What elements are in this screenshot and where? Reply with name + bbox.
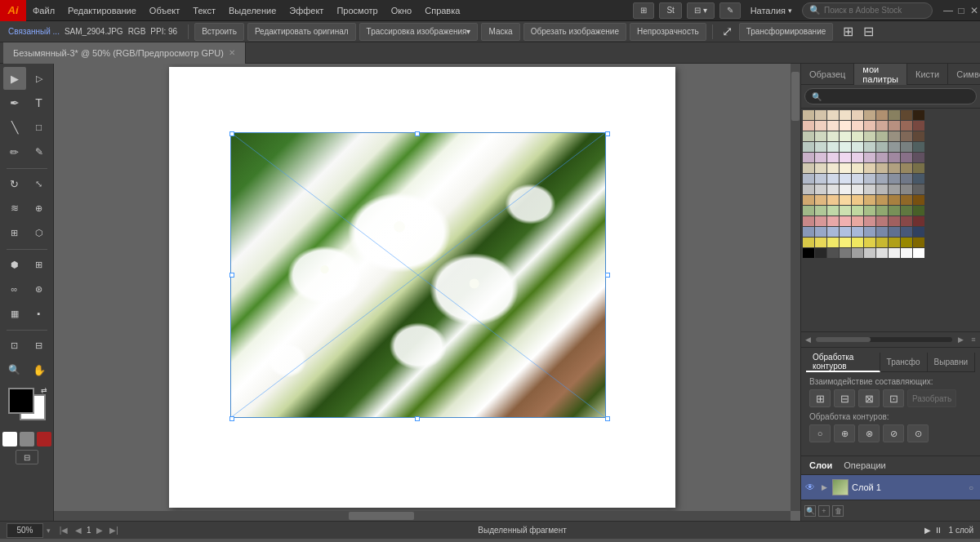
shape-builder-tool[interactable]: ⊞ <box>3 221 26 244</box>
swatch-12-9[interactable] <box>913 238 924 247</box>
document-tab[interactable]: Безымянный-3* @ 50% (RGB/Предпросмотр GP… <box>3 42 246 64</box>
swatch-4-3[interactable] <box>840 153 851 162</box>
swatch-6-6[interactable] <box>876 174 888 184</box>
swatch-3-9[interactable] <box>913 142 924 152</box>
swatch-8-6[interactable] <box>876 195 888 205</box>
tab-close-btn[interactable]: ✕ <box>229 48 235 57</box>
nav-prev-btn[interactable]: ◀ <box>72 524 85 537</box>
swatch-13-8[interactable] <box>901 248 912 258</box>
vstroit-btn[interactable]: Встроить <box>194 23 244 41</box>
swatch-8-9[interactable] <box>913 195 924 205</box>
swatch-11-1[interactable] <box>815 227 826 237</box>
path-exclude-btn[interactable]: ⊡ <box>883 389 904 407</box>
edit-orig-btn[interactable]: Редактировать оригинал <box>247 23 356 41</box>
swatch-12-2[interactable] <box>827 238 839 247</box>
swatch-3-5[interactable] <box>864 142 875 152</box>
play-btn[interactable]: ▶ <box>924 526 931 535</box>
swatch-4-2[interactable] <box>827 153 839 162</box>
swatch-6-1[interactable] <box>815 174 826 184</box>
swatch-9-0[interactable] <box>803 206 814 215</box>
swatch-3-3[interactable] <box>840 142 851 152</box>
layer-expand-btn[interactable]: ▶ <box>819 482 829 492</box>
swatch-7-9[interactable] <box>913 184 924 194</box>
rect-tool[interactable]: □ <box>28 116 51 139</box>
pause-btn[interactable]: ⏸ <box>934 526 942 535</box>
swatch-12-8[interactable] <box>901 238 912 247</box>
swatch-10-1[interactable] <box>815 216 826 226</box>
perspective-tool[interactable]: ⬡ <box>28 221 51 244</box>
swatch-9-7[interactable] <box>889 206 900 215</box>
zoom-tool[interactable]: 🔍 <box>3 358 26 381</box>
menu-window[interactable]: Окно <box>385 0 419 21</box>
scroll-left-btn[interactable]: ◀ <box>801 331 814 348</box>
swatch-2-5[interactable] <box>864 131 875 141</box>
path-minus-btn[interactable]: ⊟ <box>834 389 855 407</box>
zoom-dropdown-btn[interactable]: ▾ <box>47 526 51 535</box>
arrange-btn[interactable]: ⊞ <box>633 2 654 19</box>
swatch-11-2[interactable] <box>827 227 839 237</box>
swatch-2-7[interactable] <box>889 131 900 141</box>
swatch-0-2[interactable] <box>827 110 839 120</box>
close-btn[interactable]: ✕ <box>969 5 980 16</box>
razobrat-btn[interactable]: Разобрать <box>907 389 956 407</box>
menu-file[interactable]: Файл <box>26 0 61 21</box>
layer-add-btn[interactable]: + <box>818 505 830 517</box>
path-union-btn[interactable]: ⊞ <box>809 389 831 407</box>
swatch-1-5[interactable] <box>864 121 875 131</box>
swatch-9-3[interactable] <box>840 206 851 215</box>
swatch-5-4[interactable] <box>852 163 863 173</box>
swatch-12-6[interactable] <box>876 238 888 247</box>
swatch-7-2[interactable] <box>827 184 839 194</box>
swatch-8-5[interactable] <box>864 195 875 205</box>
menu-view[interactable]: Просмотр <box>330 0 384 21</box>
nav-next-next-btn[interactable]: ▶| <box>108 524 121 537</box>
swatch-4-9[interactable] <box>913 153 924 162</box>
swatch-3-4[interactable] <box>852 142 863 152</box>
swatch-4-7[interactable] <box>889 153 900 162</box>
swatch-1-4[interactable] <box>852 121 863 131</box>
swatch-5-1[interactable] <box>815 163 826 173</box>
swatch-2-9[interactable] <box>913 131 924 141</box>
swatch-9-8[interactable] <box>901 206 912 215</box>
swatch-13-3[interactable] <box>840 248 851 258</box>
panel-menu-btn[interactable]: ≡ <box>967 331 980 348</box>
swatch-2-8[interactable] <box>901 131 912 141</box>
operations-tab[interactable]: Операции <box>840 460 889 470</box>
mask-btn[interactable]: Маска <box>481 23 519 41</box>
extra-icon[interactable]: ⊞ <box>840 24 857 39</box>
swatch-10-0[interactable] <box>803 216 814 226</box>
swatch-4-6[interactable] <box>876 153 888 162</box>
gradient-tool[interactable]: ⬢ <box>3 253 26 276</box>
nav-prev-prev-btn[interactable]: |◀ <box>57 524 70 537</box>
swatch-13-2[interactable] <box>827 248 839 258</box>
scroll-right-btn[interactable]: ▶ <box>954 331 967 348</box>
line-tool[interactable]: ╲ <box>3 116 26 139</box>
swatch-0-8[interactable] <box>901 110 912 120</box>
swatch-5-3[interactable] <box>840 163 851 173</box>
swatch-12-5[interactable] <box>864 238 875 247</box>
swatch-0-3[interactable] <box>840 110 851 120</box>
menu-text[interactable]: Текст <box>186 0 222 21</box>
swatch-7-6[interactable] <box>876 184 888 194</box>
menu-edit[interactable]: Редактирование <box>61 0 143 21</box>
swatch-11-6[interactable] <box>876 227 888 237</box>
swatch-2-4[interactable] <box>852 131 863 141</box>
scroll-thumb-v[interactable] <box>791 72 800 121</box>
layer-row[interactable]: 👁 ▶ Слой 1 ○ <box>801 475 980 500</box>
nav-next-btn[interactable]: ▶ <box>93 524 106 537</box>
swatch-6-3[interactable] <box>840 174 851 184</box>
swatch-10-5[interactable] <box>864 216 875 226</box>
swatch-8-1[interactable] <box>815 195 826 205</box>
normal-mode-btn[interactable] <box>2 432 17 446</box>
swatch-11-4[interactable] <box>852 227 863 237</box>
swatch-5-7[interactable] <box>889 163 900 173</box>
swatch-12-7[interactable] <box>889 238 900 247</box>
swatch-1-2[interactable] <box>827 121 839 131</box>
proc-btn1[interactable]: ○ <box>809 424 831 442</box>
scroll-thumb-h[interactable] <box>349 512 414 520</box>
swatch-5-5[interactable] <box>864 163 875 173</box>
swatch-5-0[interactable] <box>803 163 814 173</box>
scale-tool[interactable]: ⤡ <box>28 172 51 195</box>
swatch-13-1[interactable] <box>815 248 826 258</box>
swatch-9-4[interactable] <box>852 206 863 215</box>
